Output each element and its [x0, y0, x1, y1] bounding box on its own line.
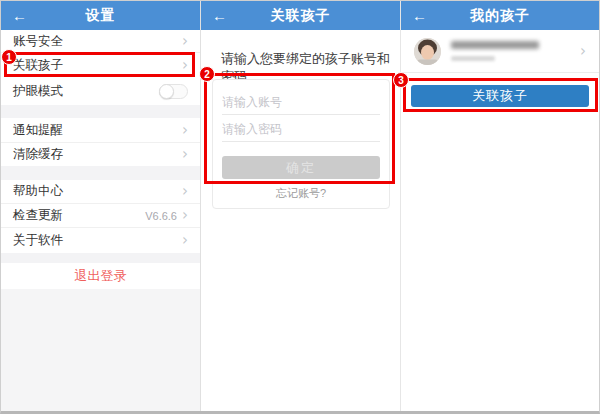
row-label: 帮助中心	[13, 183, 182, 200]
row-label: 清除缓存	[13, 146, 182, 163]
settings-row-link-child[interactable]: 关联孩子 ›	[1, 53, 200, 77]
page-title: 设置	[1, 7, 200, 25]
chevron-right-icon: ›	[580, 44, 586, 59]
settings-row-about[interactable]: 关于软件 ›	[1, 228, 200, 253]
my-children-header: ← 我的孩子	[401, 1, 599, 30]
group-divider	[1, 253, 200, 263]
row-label: 账号安全	[13, 33, 182, 50]
link-child-screen: ← 关联孩子 请输入您要绑定的孩子账号和密码 确定 忘记账号? 2	[201, 1, 401, 411]
child-avatar	[414, 38, 441, 65]
account-input[interactable]	[222, 89, 380, 115]
chevron-right-icon: ›	[182, 184, 188, 199]
my-children-screen: ← 我的孩子 › 关联孩子 3	[401, 1, 599, 411]
row-label: 护眼模式	[13, 83, 159, 100]
page-title: 关联孩子	[201, 7, 400, 25]
confirm-button[interactable]: 确定	[222, 156, 380, 179]
app-version-text: V6.6.6	[145, 210, 177, 222]
masked-child-subtext	[451, 56, 495, 61]
row-label: 通知提醒	[13, 122, 182, 139]
link-child-button[interactable]: 关联孩子	[411, 85, 589, 107]
background-filler	[1, 289, 200, 413]
page-title: 我的孩子	[401, 7, 599, 25]
child-profile-row[interactable]: ›	[401, 30, 599, 73]
chevron-right-icon: ›	[182, 208, 188, 223]
settings-row-clear-cache[interactable]: 清除缓存 ›	[1, 143, 200, 166]
row-label: 检查更新	[13, 207, 145, 224]
settings-row-eye-protection: 护眼模式	[1, 77, 200, 105]
settings-row-help-center[interactable]: 帮助中心 ›	[1, 180, 200, 204]
settings-row-account-security[interactable]: 账号安全 ›	[1, 30, 200, 53]
chevron-right-icon: ›	[182, 58, 188, 73]
settings-row-notifications[interactable]: 通知提醒 ›	[1, 118, 200, 143]
back-arrow-icon[interactable]: ←	[412, 1, 427, 30]
chevron-right-icon: ›	[182, 233, 188, 248]
forgot-account-link[interactable]: 忘记账号?	[213, 186, 389, 201]
row-label: 关联孩子	[13, 57, 182, 74]
child-profile-text	[451, 41, 580, 61]
chevron-right-icon: ›	[182, 123, 188, 138]
chevron-right-icon: ›	[182, 147, 188, 162]
avatar-photo	[414, 38, 441, 65]
toggle-knob	[159, 84, 174, 99]
group-divider	[1, 166, 200, 180]
bind-form-card: 确定 忘记账号?	[212, 79, 390, 209]
password-input[interactable]	[222, 116, 380, 142]
link-child-header: ← 关联孩子	[201, 1, 400, 30]
back-arrow-icon[interactable]: ←	[212, 1, 227, 30]
back-arrow-icon[interactable]: ←	[12, 1, 27, 30]
settings-header: ← 设置	[1, 1, 200, 30]
eye-protection-toggle[interactable]	[159, 84, 188, 99]
settings-screen: ← 设置 账号安全 › 关联孩子 › 护眼模式 通知提醒 › 清除缓存 ›	[1, 1, 201, 411]
group-divider	[1, 105, 200, 118]
screenshot-root: ← 设置 账号安全 › 关联孩子 › 护眼模式 通知提醒 › 清除缓存 ›	[0, 0, 600, 414]
row-label: 关于软件	[13, 232, 182, 249]
chevron-right-icon: ›	[182, 34, 188, 49]
masked-child-name	[451, 41, 539, 49]
settings-row-check-update[interactable]: 检查更新 V6.6.6 ›	[1, 204, 200, 228]
logout-button[interactable]: 退出登录	[1, 263, 200, 289]
